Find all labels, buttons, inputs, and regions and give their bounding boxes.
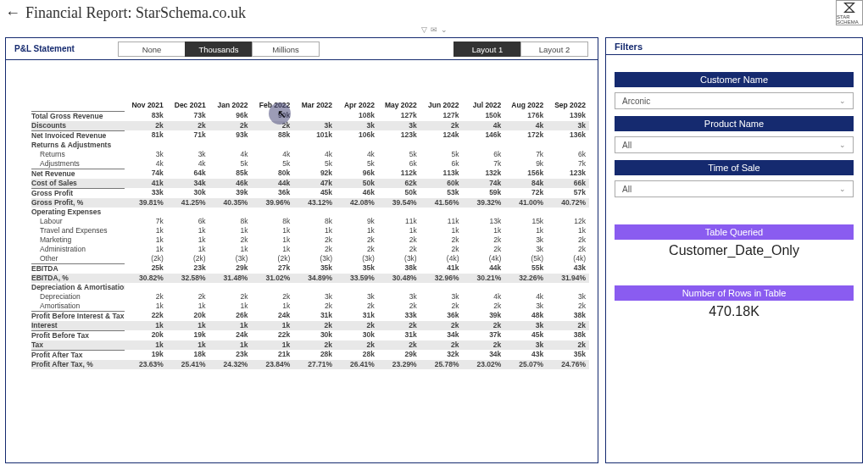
mail-icon[interactable]: ✉ [431,25,437,37]
cell: 1k [251,235,293,245]
row-label: Net Invoiced Revenue [31,130,125,141]
cell: 41.00% [504,198,547,208]
cell: 1k [167,226,209,235]
cell: 30.82% [125,274,167,283]
col-header[interactable]: Apr 2022 [336,99,378,111]
cell: 25k [125,263,167,274]
row-label: Gross Profit, % [31,198,125,208]
cell: 74k [463,179,505,189]
cell: 35k [547,350,589,360]
col-header[interactable]: Mar 2022 [293,99,336,111]
cell: 31.94% [547,274,589,283]
cell: 4k [463,121,505,131]
cell: 32.58% [167,274,209,283]
cell: 50k [336,179,378,189]
table-area[interactable]: ↖ Nov 2021Dec 2021Jan 2022Feb 2022Mar 20… [6,60,598,462]
cell [209,141,252,150]
row-label: EBITDA, % [31,274,125,283]
cell: 23k [209,350,252,360]
cell: 2k [547,302,589,312]
cell: 132k [463,169,505,179]
row-label: Marketing [31,235,125,245]
layout-1[interactable]: Layout 1 [453,42,521,57]
col-header[interactable]: Jan 2022 [209,99,252,111]
scale-millions[interactable]: Millions [252,42,320,57]
filter-select-product[interactable]: All ⌄ [615,136,854,153]
cell: 92k [293,169,336,179]
chevron-down-icon[interactable]: ⌄ [441,25,448,37]
cell: 3k [420,292,463,302]
cell: 25.41% [167,360,209,369]
pl-table: Nov 2021Dec 2021Jan 2022Feb 2022Mar 2022… [31,99,589,369]
table-row: EBITDA25k23k29k27k35k35k38k41k44k55k43k [31,263,589,274]
cell: 2k [125,292,167,302]
cell: 90k [251,111,293,121]
cell: 4k [167,159,209,169]
cell: 2k [420,121,463,131]
cell: 15k [504,217,547,226]
filter-select-customer[interactable]: Arconic ⌄ [615,92,854,109]
cell: 2k [463,245,505,254]
cell: 25.78% [420,360,463,369]
table-row: Cost of Sales41k34k46k44k47k50k62k60k74k… [31,179,589,189]
cell: 38k [547,311,589,321]
cell: 93k [209,130,252,141]
back-arrow-icon[interactable]: ← [5,4,20,22]
cell: 23.84% [251,360,293,369]
row-label: Depreciation [31,292,125,302]
col-header[interactable]: Sep 2022 [547,99,589,111]
cell: 24.76% [547,360,589,369]
filter-select-time[interactable]: All ⌄ [615,180,854,197]
cell: 24k [251,311,293,321]
cell: 5k [336,159,378,169]
col-header[interactable]: Feb 2022 [251,99,293,111]
cell: 1k [167,302,209,312]
chevron-down-icon: ⌄ [839,141,846,149]
table-row: Net Revenue74k64k85k80k92k96k112k113k132… [31,169,589,179]
cell: 23k [167,263,209,274]
cell: 101k [293,130,336,141]
cell: 1k [251,226,293,235]
col-header[interactable]: Aug 2022 [504,99,547,111]
filter-icon[interactable]: ▽ [421,25,427,37]
cell: 39k [463,311,505,321]
cell: 3k [504,340,547,351]
col-header[interactable]: Dec 2021 [167,99,209,111]
cell: 2k [420,340,463,351]
col-header[interactable]: Jul 2022 [463,99,505,111]
cell [420,208,463,217]
row-label: Profit After Tax [31,350,125,360]
col-header[interactable]: Jun 2022 [420,99,463,111]
table-row: Amortisation1k1k1k1k2k2k2k2k2k3k2k [31,302,589,312]
cell: 5k [420,150,463,159]
cell: 73k [167,111,209,121]
col-header[interactable]: May 2022 [378,99,420,111]
cell: 1k [336,226,378,235]
scale-thousands[interactable]: Thousands [185,42,253,57]
layout-segmented: Layout 1 Layout 2 [453,42,587,57]
cell: 108k [336,111,378,121]
table-row: Profit After Tax19k18k23k21k28k28k29k32k… [31,350,589,360]
cell: 5k [378,150,420,159]
scale-none[interactable]: None [118,42,186,57]
cell: 1k [125,321,167,331]
cell: (4k) [547,254,589,264]
cell: 2k [251,292,293,302]
cell: 60k [420,179,463,189]
cell: 44k [251,179,293,189]
cell: 2k [293,340,336,351]
cell [167,208,209,217]
cell: 35k [293,263,336,274]
cell: 39.32% [463,198,505,208]
cell: 4k [251,150,293,159]
cell: 30k [336,330,378,340]
cell: 2k [420,245,463,254]
cell: 59k [463,188,505,198]
cell [167,141,209,150]
cell: 43k [547,263,589,274]
layout-2[interactable]: Layout 2 [520,42,588,57]
cell [125,283,167,292]
col-header[interactable]: Nov 2021 [125,99,167,111]
cell: 4k [209,150,252,159]
cell: 18k [167,350,209,360]
